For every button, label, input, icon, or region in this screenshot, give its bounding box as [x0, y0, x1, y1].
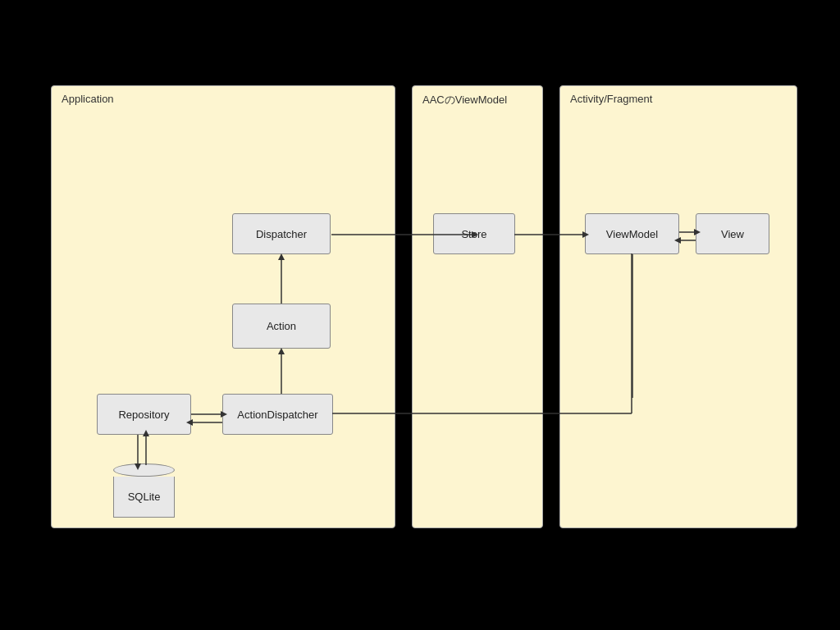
box-store: Store — [433, 213, 515, 254]
box-repository: Repository — [97, 394, 191, 435]
panel-aac: AACのViewModel Store — [412, 85, 543, 528]
panel-application: Application Dispatcher Action ActionDisp… — [51, 85, 395, 528]
app-arrows-svg — [52, 86, 395, 527]
activity-arrows-svg — [560, 86, 797, 527]
activity-label: Activity/Fragment — [570, 93, 652, 105]
svg-marker-3 — [278, 348, 285, 354]
diagram-wrapper: Application Dispatcher Action ActionDisp… — [51, 85, 789, 545]
cylinder-sqlite: SQLite — [113, 463, 175, 518]
svg-marker-1 — [278, 253, 285, 260]
application-label: Application — [62, 93, 114, 105]
aac-label: AACのViewModel — [422, 93, 507, 107]
cylinder-top — [113, 463, 175, 477]
box-view: View — [696, 213, 769, 254]
box-action: Action — [232, 304, 331, 349]
box-viewmodel: ViewModel — [585, 213, 679, 254]
sqlite-label: SQLite — [128, 491, 161, 503]
cylinder-body: SQLite — [113, 477, 175, 518]
panel-activity: Activity/Fragment ViewModel View — [559, 85, 797, 528]
box-actiondispatcher: ActionDispatcher — [222, 394, 333, 435]
box-dispatcher: Dispatcher — [232, 213, 331, 254]
